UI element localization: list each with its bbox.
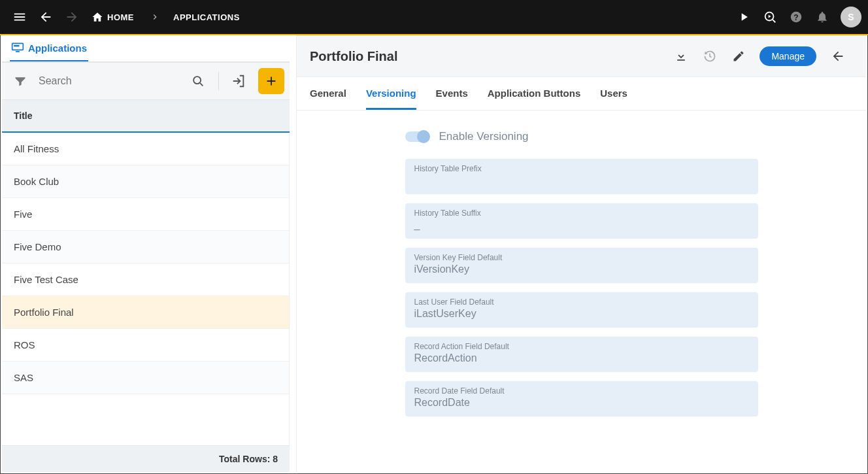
arrow-right-icon xyxy=(65,10,79,24)
import-icon xyxy=(231,74,246,88)
svg-point-5 xyxy=(193,76,201,84)
search-icon xyxy=(191,74,205,88)
search-button[interactable] xyxy=(184,70,212,92)
list-item[interactable]: Book Club xyxy=(2,165,289,198)
list-item[interactable]: Five xyxy=(2,198,289,231)
svg-rect-4 xyxy=(14,45,19,47)
edit-button[interactable] xyxy=(724,44,753,68)
tab-general[interactable]: General xyxy=(310,77,346,110)
breadcrumb: HOME APPLICATIONS xyxy=(85,11,244,23)
download-button[interactable] xyxy=(667,44,695,68)
chevron-right-icon xyxy=(141,12,169,22)
notifications-button[interactable] xyxy=(809,4,835,30)
detail-header: Portfolio Final Manage xyxy=(297,35,866,77)
app-list: All FitnessBook ClubFiveFive DemoFive Te… xyxy=(2,133,290,445)
nav-back-button[interactable] xyxy=(33,4,59,30)
inspect-button[interactable] xyxy=(757,4,783,30)
field-history-table-prefix[interactable]: History Table Prefix xyxy=(405,159,758,194)
field-label: History Table Suffix xyxy=(414,209,749,218)
field-value: RecordAction xyxy=(414,352,749,365)
applications-tab[interactable]: Applications xyxy=(2,35,96,60)
list-item[interactable]: Portfolio Final xyxy=(2,296,289,329)
history-icon xyxy=(703,50,716,63)
home-icon xyxy=(92,11,103,23)
tab-events[interactable]: Events xyxy=(436,77,468,110)
list-title-header: Title xyxy=(2,100,290,133)
tab-users[interactable]: Users xyxy=(600,77,627,110)
enable-versioning-toggle[interactable] xyxy=(405,131,429,142)
field-value: _ xyxy=(414,219,749,232)
form-area: Enable Versioning History Table PrefixHi… xyxy=(297,110,866,472)
monitor-icon xyxy=(11,42,24,54)
search-input[interactable] xyxy=(35,70,182,92)
back-button[interactable] xyxy=(823,44,853,69)
left-panel: Applications Title All FitnessBook ClubF… xyxy=(2,35,290,472)
main: Applications Title All FitnessBook ClubF… xyxy=(0,35,868,474)
arrow-left-icon xyxy=(39,10,53,24)
plus-icon xyxy=(264,74,278,88)
filter-button[interactable] xyxy=(8,71,32,92)
avatar-letter: S xyxy=(848,12,854,22)
arrow-left-icon xyxy=(831,49,845,63)
help imposs-icon: ? xyxy=(789,10,803,24)
detail-tabs: GeneralVersioningEventsApplication Butto… xyxy=(297,77,866,110)
list-item[interactable]: SAS xyxy=(2,362,289,394)
list-item[interactable]: Five Test Case xyxy=(2,263,289,296)
field-history-table-suffix[interactable]: History Table Suffix_ xyxy=(405,203,758,239)
tab-versioning[interactable]: Versioning xyxy=(366,77,416,110)
breadcrumb-applications[interactable]: APPLICATIONS xyxy=(169,12,244,22)
field-last-user-field-default[interactable]: Last User Field DefaultiLastUserKey xyxy=(405,292,758,328)
pencil-icon xyxy=(732,50,745,63)
enable-versioning-label: Enable Versioning xyxy=(439,130,529,143)
svg-text:?: ? xyxy=(793,13,798,22)
history-button[interactable] xyxy=(695,44,724,68)
breadcrumb-home-label: HOME xyxy=(107,12,134,22)
page-title: Portfolio Final xyxy=(310,49,667,64)
hamburger-icon xyxy=(12,10,27,24)
field-label: Last User Field Default xyxy=(414,297,749,307)
list-footer: Total Rows: 8 xyxy=(2,445,290,472)
run-button[interactable] xyxy=(731,4,757,30)
field-value: RecordDate xyxy=(414,397,749,410)
breadcrumb-home[interactable]: HOME xyxy=(85,11,141,23)
applications-tab-label: Applications xyxy=(28,42,87,54)
filter-icon xyxy=(14,75,27,88)
field-record-action-field-default[interactable]: Record Action Field DefaultRecordAction xyxy=(405,337,758,372)
field-label: Record Date Field Default xyxy=(414,386,749,396)
topbar: HOME APPLICATIONS ? S xyxy=(0,0,868,35)
list-item[interactable]: All Fitness xyxy=(2,133,289,165)
field-record-date-field-default[interactable]: Record Date Field DefaultRecordDate xyxy=(405,381,758,416)
manage-button[interactable]: Manage xyxy=(760,46,816,66)
play-icon xyxy=(737,10,750,24)
field-value: iLastUserKey xyxy=(414,308,749,321)
add-button[interactable] xyxy=(258,68,284,94)
search-bar xyxy=(2,62,290,100)
bell-icon xyxy=(816,10,829,24)
list-item[interactable]: ROS xyxy=(2,329,289,362)
tab-application-buttons[interactable]: Application Buttons xyxy=(488,77,581,110)
download-icon xyxy=(675,50,688,63)
field-value xyxy=(414,175,749,188)
field-value: iVersionKey xyxy=(414,263,749,277)
svg-rect-3 xyxy=(12,43,24,50)
field-label: Record Action Field Default xyxy=(414,342,749,351)
field-version-key-field-default[interactable]: Version Key Field DefaultiVersionKey xyxy=(405,248,758,283)
nav-forward-button xyxy=(59,4,85,30)
menu-button[interactable] xyxy=(7,4,33,30)
list-item[interactable]: Five Demo xyxy=(2,231,289,263)
avatar[interactable]: S xyxy=(841,7,861,27)
search-play-icon xyxy=(763,10,777,24)
help-button[interactable]: ? xyxy=(783,4,809,30)
enable-versioning-row: Enable Versioning xyxy=(405,130,758,143)
import-button[interactable] xyxy=(225,68,252,94)
field-label: History Table Prefix xyxy=(414,164,749,173)
right-panel: Portfolio Final Manage GeneralVersioning… xyxy=(296,35,866,472)
field-label: Version Key Field Default xyxy=(414,253,749,262)
